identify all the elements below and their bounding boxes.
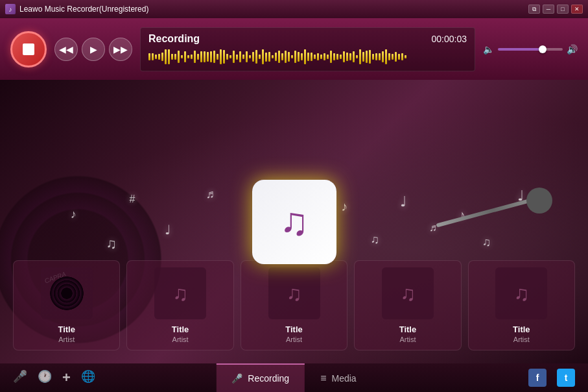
center-album-art: ♫ [252, 180, 336, 264]
toolbar: ◀◀ ▶ ▶▶ Recording 00:00:03 🔈 🔊 [0, 18, 588, 80]
recording-area: Recording 00:00:03 [140, 27, 475, 71]
facebook-button[interactable]: f [528, 369, 547, 387]
app-icon: ♪ [5, 4, 16, 14]
transport-controls: ◀◀ ▶ ▶▶ [54, 38, 132, 61]
track-note-icon: ♫ [287, 282, 302, 306]
music-note: ♩ [400, 193, 406, 210]
waveform [148, 49, 467, 66]
tab-recording[interactable]: 🎤 Recording [216, 363, 305, 392]
music-note: ♬ [206, 188, 215, 201]
tab-media-label: Media [332, 373, 357, 384]
track-note-icon: ♫ [513, 282, 529, 306]
volume-slider[interactable] [498, 48, 563, 51]
tab-media-icon: ≡ [320, 373, 326, 384]
track-card[interactable]: ♫TitleArtist [241, 260, 347, 350]
restore-button[interactable]: ⧉ [528, 5, 540, 14]
volume-thumb [539, 45, 547, 53]
track-thumbnail: ♫ [154, 267, 206, 319]
volume-low-icon: 🔈 [483, 44, 494, 55]
music-note: ♩ [165, 222, 171, 238]
music-note: ♫ [370, 233, 379, 247]
stop-button[interactable] [10, 31, 47, 67]
maximize-button[interactable]: □ [557, 5, 569, 14]
music-note: ♫ [482, 236, 491, 249]
mic-icon[interactable]: 🎤 [13, 369, 27, 386]
track-title: Title [285, 325, 303, 334]
track-artist: Artist [513, 336, 530, 343]
volume-high-icon: 🔊 [567, 44, 578, 55]
track-thumbnail: CAPRA [41, 267, 93, 319]
clock-icon[interactable]: 🕐 [38, 369, 52, 386]
track-artist: Artist [58, 336, 75, 343]
turntable-head [526, 188, 552, 214]
music-note: ♪ [341, 199, 347, 214]
tracks-row: CAPRATitleArtist♫TitleArtist♫TitleArtist… [13, 260, 575, 350]
app-title: Leawo Music Recorder(Unregistered) [19, 5, 528, 14]
bottom-tabs: 🎤 Recording ≡ Media [216, 363, 371, 392]
track-card[interactable]: ♫TitleArtist [354, 260, 461, 350]
tab-media[interactable]: ≡ Media [305, 363, 371, 392]
titlebar: ♪ Leawo Music Recorder(Unregistered) ⧉ ─… [0, 0, 588, 18]
track-title: Title [513, 325, 530, 334]
stop-icon [23, 43, 34, 55]
track-card[interactable]: ♫TitleArtist [126, 260, 233, 350]
track-title: Title [58, 325, 75, 334]
track-title: Title [399, 325, 417, 334]
volume-controls: 🔈 🔊 [483, 44, 578, 55]
twitter-button[interactable]: t [557, 369, 575, 387]
tab-recording-icon: 🎤 [231, 373, 242, 384]
play-button[interactable]: ▶ [82, 38, 105, 61]
track-thumbnail: ♫ [382, 267, 434, 319]
track-thumbnail: ♫ [268, 267, 320, 319]
track-artist: Artist [399, 336, 416, 343]
track-artist: Artist [172, 336, 189, 343]
forward-button[interactable]: ▶▶ [109, 38, 132, 61]
track-note-icon: ♫ [172, 282, 188, 306]
minimize-button[interactable]: ─ [543, 5, 554, 14]
close-button[interactable]: ✕ [571, 5, 583, 14]
track-thumbnail: ♫ [495, 267, 547, 319]
main-content: ♪♫#♩♬♪♫♩♬♪♫♩ ♫ CAPRATitleArtist♫TitleArt… [0, 80, 588, 363]
music-note: ♫ [106, 236, 117, 252]
album-note-icon: ♫ [279, 199, 309, 244]
tab-recording-label: Recording [248, 373, 289, 384]
track-title: Title [172, 325, 189, 334]
recording-time: 00:00:03 [432, 34, 467, 44]
recording-status: Recording [148, 33, 200, 45]
track-card[interactable]: ♫TitleArtist [468, 260, 575, 350]
globe-icon[interactable]: 🌐 [81, 369, 95, 386]
track-artist: Artist [286, 336, 302, 343]
music-note: ♪ [71, 208, 76, 221]
track-note-icon: ♫ [400, 282, 416, 306]
add-icon[interactable]: + [62, 369, 71, 386]
bottombar: 🎤 🕐 + 🌐 🎤 Recording ≡ Media f t [0, 363, 588, 392]
rewind-button[interactable]: ◀◀ [54, 38, 78, 61]
recording-header: Recording 00:00:03 [148, 33, 467, 45]
music-note: # [130, 193, 135, 205]
track-card[interactable]: CAPRATitleArtist [13, 260, 120, 350]
window-controls: ⧉ ─ □ ✕ [528, 5, 583, 14]
